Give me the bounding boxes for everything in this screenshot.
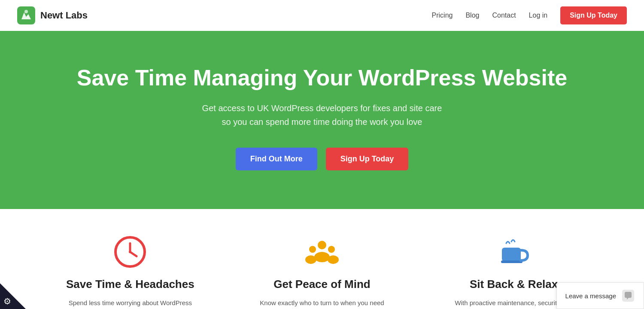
hero-title: Save Time Managing Your WordPress Websit…	[77, 65, 567, 91]
svg-point-10	[328, 246, 335, 253]
gear-icon: ⚙	[3, 296, 11, 306]
hero-cta-group: Find Out More Sign Up Today	[236, 148, 409, 170]
nav-signup-button[interactable]: Sign Up Today	[560, 6, 627, 24]
nav-blog[interactable]: Blog	[465, 12, 479, 19]
hero-subtitle-line1: Get access to UK WordPress developers fo…	[202, 103, 442, 113]
clock-icon	[113, 235, 147, 269]
navbar: Newt Labs Pricing Blog Contact Log in Si…	[0, 0, 644, 31]
feature-peace-desc: Know exactly who to turn to when you nee…	[258, 298, 386, 309]
hero-signup-button[interactable]: Sign Up Today	[326, 148, 409, 170]
nav-login[interactable]: Log in	[529, 12, 548, 19]
feature-sit-back-title: Sit Back & Relax	[470, 278, 558, 291]
brand-name: Newt Labs	[40, 10, 88, 21]
chat-label: Leave a message	[565, 292, 616, 300]
group-icon	[305, 235, 339, 269]
logo[interactable]: Newt Labs	[17, 6, 88, 24]
svg-point-7	[314, 252, 330, 262]
chat-widget[interactable]: Leave a message	[556, 282, 644, 309]
svg-point-1	[24, 10, 28, 13]
coffee-icon	[497, 235, 531, 269]
svg-point-5	[129, 251, 131, 253]
feature-peace-of-mind: Get Peace of Mind Know exactly who to tu…	[249, 235, 395, 309]
svg-point-11	[328, 255, 339, 264]
features-section: Save Time & Headaches Spend less time wo…	[0, 209, 644, 309]
nav-contact[interactable]: Contact	[492, 12, 516, 19]
chat-icon	[621, 289, 635, 303]
svg-rect-12	[502, 248, 521, 261]
hero-subtitle: Get access to UK WordPress developers fo…	[202, 101, 442, 129]
hero-subtitle-line2: so you can spend more time doing the wor…	[222, 117, 422, 127]
nav-links: Pricing Blog Contact Log in Sign Up Toda…	[432, 6, 627, 24]
svg-rect-13	[501, 261, 522, 263]
logo-icon	[17, 6, 35, 24]
hero-section: Save Time Managing Your WordPress Websit…	[0, 31, 644, 209]
feature-peace-title: Get Peace of Mind	[273, 278, 370, 291]
feature-save-time-title: Save Time & Headaches	[66, 278, 194, 291]
find-out-more-button[interactable]: Find Out More	[236, 148, 317, 170]
feature-save-time-desc: Spend less time worrying about WordPress…	[66, 298, 194, 309]
nav-pricing[interactable]: Pricing	[432, 12, 453, 19]
feature-save-time: Save Time & Headaches Spend less time wo…	[57, 235, 203, 309]
svg-point-9	[305, 255, 316, 264]
svg-rect-0	[17, 6, 35, 24]
svg-point-8	[309, 246, 316, 253]
svg-point-6	[318, 241, 326, 249]
